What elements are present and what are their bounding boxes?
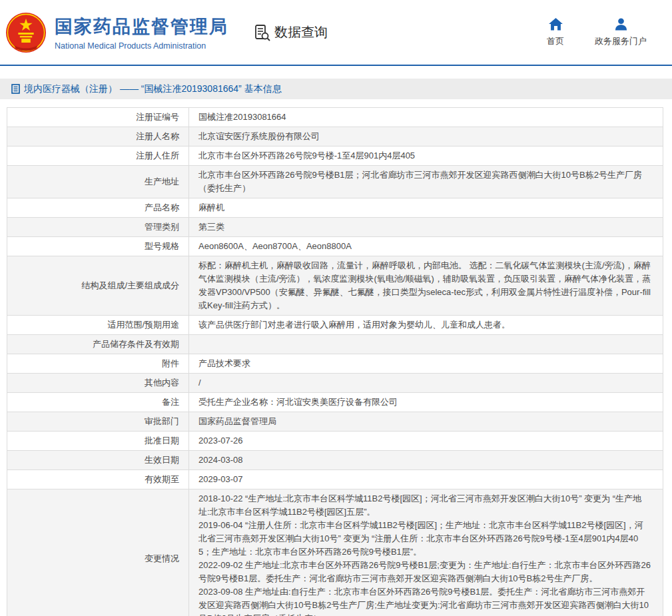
logo-title-en: National Medical Products Administration xyxy=(55,41,228,51)
row-value: 国家药品监督管理局 xyxy=(189,412,663,432)
row-label: 结构及组成/主要组成成分 xyxy=(7,256,189,316)
row-value: 2024-03-08 xyxy=(189,451,663,470)
row-label: 生效日期 xyxy=(7,451,189,470)
nav-home-label: 首页 xyxy=(547,35,564,47)
row-value: / xyxy=(189,374,663,393)
row-value: 第三类 xyxy=(189,218,663,237)
row-value: 标配：麻醉机主机，麻醉吸收回路，流量计，麻醉呼吸机，内部电池。 选配：二氧化碳气… xyxy=(189,256,663,316)
info-table-body: 注册证编号国械注准20193081664注册人名称北京谊安医疗系统股份有限公司注… xyxy=(7,108,663,616)
row-label: 注册人住所 xyxy=(7,147,189,166)
table-row: 生效日期2024-03-08 xyxy=(7,451,663,470)
row-value: 产品技术要求 xyxy=(189,354,663,374)
row-label: 备注 xyxy=(7,393,189,412)
nav-portal-label: 政务服务门户 xyxy=(595,35,647,47)
table-row: 生产地址北京市丰台区外环西路26号院9号楼B1层；河北省廊坊市三河市燕郊开发区迎… xyxy=(7,166,663,198)
row-value: 北京市丰台区外环西路26号院9号楼B1层；河北省廊坊市三河市燕郊开发区迎宾路西侧… xyxy=(189,166,663,198)
info-table: 注册证编号国械注准20193081664注册人名称北京谊安医疗系统股份有限公司注… xyxy=(7,107,663,616)
row-label: 其他内容 xyxy=(7,374,189,393)
row-label: 有效期至 xyxy=(7,470,189,489)
user-icon xyxy=(614,18,628,31)
nav-portal[interactable]: 政务服务门户 xyxy=(595,18,647,47)
table-row: 备注受托生产企业名称：河北谊安奥美医疗设备有限公司 xyxy=(7,393,663,412)
document-icon xyxy=(11,84,20,94)
row-value: 北京谊安医疗系统股份有限公司 xyxy=(189,127,663,147)
row-label: 变更情况 xyxy=(7,489,189,616)
table-row: 变更情况2018-10-22 “生产地址:北京市丰台区科学城11B2号楼[园区]… xyxy=(7,489,663,616)
table-row: 注册人住所北京市丰台区外环西路26号院9号楼-1至4层901内4层405 xyxy=(7,147,663,166)
row-label: 产品储存条件及有效期 xyxy=(7,335,189,354)
row-label: 批准日期 xyxy=(7,432,189,451)
data-query-title: 数据查询 xyxy=(254,23,328,41)
table-row: 结构及组成/主要组成成分标配：麻醉机主机，麻醉吸收回路，流量计，麻醉呼吸机，内部… xyxy=(7,256,663,316)
row-value: Aeon8600A、Aeon8700A、Aeon8800A xyxy=(189,237,663,256)
table-row: 适用范围/预期用途该产品供医疗部门对患者进行吸入麻醉用，适用对象为婴幼儿、儿童和… xyxy=(7,316,663,335)
table-row: 审批部门国家药品监督管理局 xyxy=(7,412,663,432)
data-query-icon xyxy=(254,24,271,41)
home-icon xyxy=(549,18,563,31)
row-label: 审批部门 xyxy=(7,412,189,432)
breadcrumb-text: 境内医疗器械（注册） —— “国械注准20193081664” 基本信息 xyxy=(24,83,282,95)
row-label: 生产地址 xyxy=(7,166,189,198)
table-row: 产品储存条件及有效期 xyxy=(7,335,663,354)
table-row: 注册证编号国械注准20193081664 xyxy=(7,108,663,127)
logo-text: 国家药品监督管理局 National Medical Products Admi… xyxy=(55,15,228,51)
row-label: 附件 xyxy=(7,354,189,374)
row-value: 2023-07-26 xyxy=(189,432,663,451)
logo-title-zh: 国家药品监督管理局 xyxy=(55,15,228,39)
table-row: 注册人名称北京谊安医疗系统股份有限公司 xyxy=(7,127,663,147)
breadcrumb: 境内医疗器械（注册） —— “国械注准20193081664” 基本信息 xyxy=(0,79,672,99)
row-value: 受托生产企业名称：河北谊安奥美医疗设备有限公司 xyxy=(189,393,663,412)
row-value: 2029-03-07 xyxy=(189,470,663,489)
row-label: 注册证编号 xyxy=(7,108,189,127)
table-row: 有效期至2029-03-07 xyxy=(7,470,663,489)
data-query-label: 数据查询 xyxy=(274,23,328,41)
row-label: 管理类别 xyxy=(7,218,189,237)
header: 国家药品监督管理局 National Medical Products Admi… xyxy=(0,0,672,66)
table-row: 产品名称麻醉机 xyxy=(7,198,663,218)
row-value xyxy=(189,335,663,354)
row-label: 产品名称 xyxy=(7,198,189,218)
table-row: 管理类别第三类 xyxy=(7,218,663,237)
header-nav: 首页 政务服务门户 xyxy=(547,18,647,47)
row-value: 国械注准20193081664 xyxy=(189,108,663,127)
row-value: 北京市丰台区外环西路26号院9号楼-1至4层901内4层405 xyxy=(189,147,663,166)
nmpa-emblem-icon xyxy=(5,12,47,53)
table-row: 批准日期2023-07-26 xyxy=(7,432,663,451)
table-row: 其他内容/ xyxy=(7,374,663,393)
table-row: 附件产品技术要求 xyxy=(7,354,663,374)
row-label: 注册人名称 xyxy=(7,127,189,147)
row-value: 2018-10-22 “生产地址:北京市丰台区科学城11B2号楼[园区]；河北省… xyxy=(189,489,663,616)
nmpa-logo[interactable]: 国家药品监督管理局 National Medical Products Admi… xyxy=(5,12,228,53)
row-value: 麻醉机 xyxy=(189,198,663,218)
row-value: 该产品供医疗部门对患者进行吸入麻醉用，适用对象为婴幼儿、儿童和成人患者。 xyxy=(189,316,663,335)
row-label: 适用范围/预期用途 xyxy=(7,316,189,335)
row-label: 型号规格 xyxy=(7,237,189,256)
nav-home[interactable]: 首页 xyxy=(547,18,564,47)
table-row: 型号规格Aeon8600A、Aeon8700A、Aeon8800A xyxy=(7,237,663,256)
